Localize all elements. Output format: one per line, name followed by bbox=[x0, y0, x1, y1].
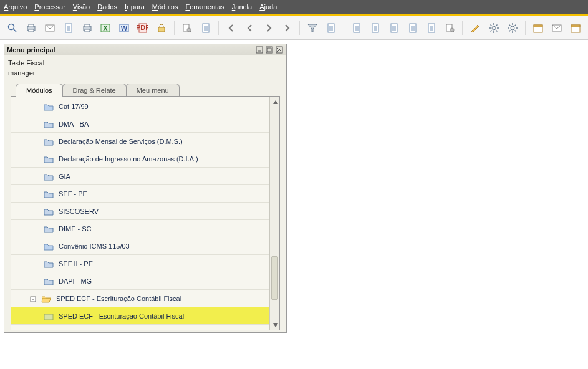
tree-scrollbar[interactable] bbox=[269, 97, 279, 330]
prev-record-icon[interactable] bbox=[243, 21, 258, 36]
tree-item[interactable]: SISCOSERV bbox=[11, 203, 279, 220]
tab-modulos[interactable]: Módulos bbox=[16, 84, 63, 97]
tree-item[interactable]: DIME - SC bbox=[11, 220, 279, 237]
alerts-icon[interactable] bbox=[568, 21, 583, 36]
tab-meu-menu-label: Meu menu bbox=[137, 87, 169, 94]
collapse-icon[interactable] bbox=[29, 295, 36, 302]
export-pdf-icon[interactable] bbox=[135, 21, 150, 36]
layout-designer-icon[interactable] bbox=[468, 21, 483, 36]
toolbar-separator bbox=[525, 21, 526, 35]
panel-minimize-icon[interactable] bbox=[255, 46, 264, 54]
svg-marker-43 bbox=[308, 24, 317, 32]
closed-folder-icon bbox=[44, 172, 54, 181]
find-list-icon[interactable] bbox=[198, 21, 213, 36]
menu-arquivo[interactable]: Arquivo bbox=[4, 3, 27, 11]
tab-drag-relate-label: Drag & Relate bbox=[73, 87, 116, 94]
closed-folder-icon bbox=[44, 189, 54, 198]
doc-folder-icon bbox=[44, 242, 54, 251]
export-excel-icon[interactable] bbox=[98, 21, 113, 36]
volume-weight-icon[interactable] bbox=[424, 21, 439, 36]
fax-icon[interactable] bbox=[80, 21, 95, 36]
export-word-icon[interactable] bbox=[117, 21, 132, 36]
menu-ajuda[interactable]: Ajuda bbox=[259, 3, 277, 11]
scroll-down-icon[interactable] bbox=[270, 320, 279, 330]
scroll-thumb[interactable] bbox=[271, 256, 278, 300]
tree-item-label: SEF - PE bbox=[59, 190, 87, 198]
sms-icon[interactable] bbox=[61, 21, 76, 36]
tree-item[interactable]: SPED ECF - Escrituração Contábil Fiscal bbox=[11, 307, 279, 325]
user-name: manager bbox=[8, 68, 282, 78]
tree-item-label: Cat 17/99 bbox=[59, 103, 89, 110]
tree-item-label: DAPI - MG bbox=[59, 277, 92, 285]
tabstrip: Módulos Drag & Relate Meu menu bbox=[8, 83, 282, 96]
open-folder-icon bbox=[41, 294, 51, 303]
work-area: Menu principal Teste Fiscal manager Módu… bbox=[0, 40, 588, 369]
panel-title-text: Menu principal bbox=[7, 46, 55, 54]
filter-icon[interactable] bbox=[305, 21, 320, 36]
closed-folder-icon bbox=[44, 137, 54, 146]
tree-item[interactable]: Cat 17/99 bbox=[11, 98, 279, 115]
panel-close-icon[interactable] bbox=[275, 46, 284, 54]
next-record-icon[interactable] bbox=[261, 21, 276, 36]
menu-processar[interactable]: Processar bbox=[34, 3, 65, 11]
tree-item[interactable]: GIA bbox=[11, 168, 279, 185]
gross-profit-icon[interactable] bbox=[387, 21, 402, 36]
closed-folder-icon bbox=[44, 259, 54, 268]
toolbar bbox=[0, 16, 588, 40]
payment-means-icon[interactable] bbox=[405, 21, 420, 36]
toolbar-separator bbox=[344, 21, 344, 35]
form-settings-icon[interactable] bbox=[486, 21, 501, 36]
tab-meu-menu[interactable]: Meu menu bbox=[126, 84, 180, 97]
scroll-up-icon[interactable] bbox=[270, 97, 279, 107]
toolbar-separator bbox=[299, 21, 300, 35]
tree-item-label: GIA bbox=[59, 173, 70, 180]
panel-maximize-icon[interactable] bbox=[265, 46, 274, 54]
tree-item[interactable]: Declaração Mensal de Serviços (D.M.S.) bbox=[11, 133, 279, 150]
menu-dados[interactable]: Dados bbox=[97, 3, 117, 11]
tree-item-label: SPED ECF - Escrituração Contábil Fiscal bbox=[59, 312, 184, 320]
lock-icon[interactable] bbox=[154, 21, 169, 36]
closed-folder-icon bbox=[44, 120, 54, 128]
base-doc-icon[interactable] bbox=[349, 21, 364, 36]
last-record-icon[interactable] bbox=[279, 21, 294, 36]
tree-item-label: SISCOSERV bbox=[59, 208, 99, 215]
closed-folder-icon bbox=[44, 224, 54, 233]
module-tree: Cat 17/99DMA - BADeclaração Mensal de Se… bbox=[11, 96, 280, 330]
first-record-icon[interactable] bbox=[224, 21, 239, 36]
messages-icon[interactable] bbox=[549, 21, 564, 36]
tree-item[interactable]: DMA - BA bbox=[11, 115, 279, 133]
tree-item[interactable]: SEF II - PE bbox=[11, 255, 279, 272]
closed-folder-icon bbox=[44, 277, 54, 285]
toolbar-separator bbox=[462, 21, 463, 35]
sort-icon[interactable] bbox=[324, 21, 339, 36]
tab-drag-relate[interactable]: Drag & Relate bbox=[62, 84, 127, 97]
tree-item[interactable]: Convênio ICMS 115/03 bbox=[11, 237, 279, 255]
transaction-journal-icon[interactable] bbox=[443, 21, 458, 36]
tree-item[interactable]: Declaração de Ingresso no Amazonas (D.I.… bbox=[11, 150, 279, 168]
tree-item[interactable]: SEF - PE bbox=[11, 185, 279, 203]
doc-folder-icon bbox=[44, 102, 54, 111]
tree-item[interactable]: SPED ECF - Escrituração Contábil Fiscal bbox=[11, 290, 279, 307]
preview-icon[interactable] bbox=[5, 21, 20, 36]
tree-item-label: SPED ECF - Escrituração Contábil Fiscal bbox=[56, 295, 181, 302]
target-doc-icon[interactable] bbox=[368, 21, 383, 36]
print-icon[interactable] bbox=[24, 21, 39, 36]
tree-item-label: DMA - BA bbox=[59, 120, 89, 128]
menu-ferramentas[interactable]: Ferramentas bbox=[185, 3, 224, 11]
menu-modulos[interactable]: Módulos bbox=[152, 3, 178, 11]
tree-item[interactable]: DAPI - MG bbox=[11, 272, 279, 290]
menu-janela[interactable]: Janela bbox=[232, 3, 252, 11]
scroll-track[interactable] bbox=[270, 107, 279, 320]
panel-titlebar[interactable]: Menu principal bbox=[4, 44, 286, 55]
email-icon[interactable] bbox=[42, 21, 57, 36]
company-name: Teste Fiscal bbox=[8, 58, 282, 68]
menu-visao[interactable]: Visão bbox=[73, 3, 90, 11]
calendar-icon[interactable] bbox=[531, 21, 546, 36]
find-icon[interactable] bbox=[180, 21, 195, 36]
user-defined-icon[interactable] bbox=[505, 21, 520, 36]
menu-irpara[interactable]: Ir para bbox=[125, 3, 145, 11]
menubar: Arquivo Processar Visão Dados Ir para Mó… bbox=[0, 0, 588, 14]
tree-item-label: Declaração de Ingresso no Amazonas (D.I.… bbox=[59, 155, 198, 163]
tab-modulos-label: Módulos bbox=[26, 87, 52, 94]
tree-item-label: Declaração Mensal de Serviços (D.M.S.) bbox=[59, 138, 183, 145]
